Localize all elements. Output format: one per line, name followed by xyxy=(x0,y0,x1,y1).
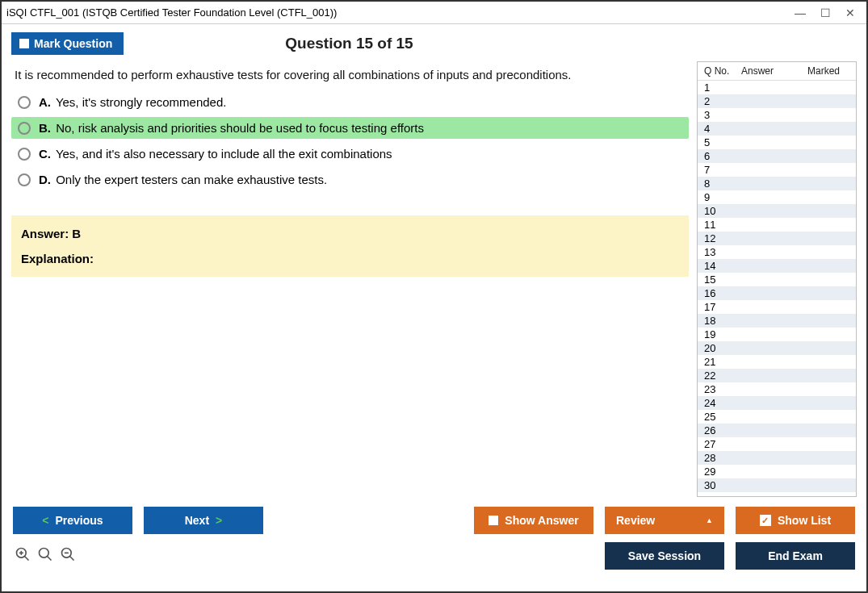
list-item-number: 17 xyxy=(704,301,736,313)
question-list-header: Q No. Answer Marked xyxy=(698,62,856,81)
list-item-number: 10 xyxy=(704,205,736,217)
show-answer-label: Show Answer xyxy=(505,514,578,527)
radio-icon xyxy=(18,148,31,161)
show-answer-button[interactable]: Show Answer xyxy=(474,507,593,534)
list-item[interactable]: 13 xyxy=(698,245,856,259)
list-item-number: 19 xyxy=(704,328,736,340)
list-item[interactable]: 7 xyxy=(698,163,856,177)
list-item-number: 25 xyxy=(704,411,736,423)
question-list-body[interactable]: 1234567891011121314151617181920212223242… xyxy=(698,81,856,496)
list-item[interactable]: 27 xyxy=(698,437,856,451)
list-item[interactable]: 4 xyxy=(698,122,856,136)
end-exam-label: End Exam xyxy=(768,549,823,562)
list-item-number: 27 xyxy=(704,438,736,450)
window-controls: — ☐ ✕ xyxy=(795,6,862,19)
list-item[interactable]: 2 xyxy=(698,94,856,108)
close-icon[interactable]: ✕ xyxy=(845,6,855,19)
list-item-number: 28 xyxy=(704,452,736,464)
list-item[interactable]: 20 xyxy=(698,341,856,355)
radio-icon xyxy=(18,122,31,135)
list-item-number: 5 xyxy=(704,136,736,148)
list-item[interactable]: 28 xyxy=(698,451,856,465)
list-item[interactable]: 1 xyxy=(698,81,856,94)
mark-question-button[interactable]: Mark Question xyxy=(11,32,124,55)
mark-question-label: Mark Question xyxy=(34,37,112,50)
list-item[interactable]: 29 xyxy=(698,465,856,478)
header-qno: Q No. xyxy=(704,65,741,77)
next-label: Next xyxy=(185,514,209,527)
list-item[interactable]: 10 xyxy=(698,204,856,218)
review-button[interactable]: Review ▲ xyxy=(605,507,724,534)
list-item[interactable]: 5 xyxy=(698,136,856,149)
show-list-label: Show List xyxy=(778,514,831,527)
list-item[interactable]: 3 xyxy=(698,108,856,122)
option-b[interactable]: B. No, risk analysis and priorities shou… xyxy=(11,117,689,139)
list-item-number: 15 xyxy=(704,274,736,286)
zoom-reset-icon[interactable] xyxy=(37,546,53,566)
list-item-number: 12 xyxy=(704,232,736,244)
maximize-icon[interactable]: ☐ xyxy=(820,6,831,19)
list-item[interactable]: 25 xyxy=(698,410,856,424)
checkbox-icon xyxy=(19,39,29,48)
list-item[interactable]: 6 xyxy=(698,149,856,163)
option-label: A. Yes, it's strongly recommended. xyxy=(39,95,226,109)
list-item[interactable]: 15 xyxy=(698,273,856,286)
list-item[interactable]: 22 xyxy=(698,369,856,382)
zoom-out-icon[interactable] xyxy=(60,546,76,566)
radio-icon xyxy=(18,173,31,186)
footer: < Previous Next > Show Answer Review ▲ ✓… xyxy=(2,497,866,579)
end-exam-button[interactable]: End Exam xyxy=(736,542,855,570)
list-item[interactable]: 21 xyxy=(698,355,856,369)
zoom-in-icon[interactable] xyxy=(15,546,31,566)
footer-row-2: Save Session End Exam xyxy=(13,542,855,570)
list-item[interactable]: 18 xyxy=(698,314,856,328)
list-item[interactable]: 12 xyxy=(698,232,856,245)
list-item[interactable]: 16 xyxy=(698,286,856,300)
list-item[interactable]: 9 xyxy=(698,190,856,204)
list-item-number: 23 xyxy=(704,383,736,395)
option-c[interactable]: C. Yes, and it's also necessary to inclu… xyxy=(11,143,689,165)
list-item[interactable]: 14 xyxy=(698,259,856,273)
list-item[interactable]: 17 xyxy=(698,300,856,314)
list-item[interactable]: 30 xyxy=(698,478,856,492)
list-item-number: 6 xyxy=(704,150,736,162)
list-item[interactable]: 24 xyxy=(698,396,856,410)
titlebar: iSQI CTFL_001 (ISTQB Certified Tester Fo… xyxy=(2,2,866,24)
question-pane: It is recommended to perform exhaustive … xyxy=(11,60,689,497)
list-item-number: 16 xyxy=(704,287,736,299)
previous-label: Previous xyxy=(56,514,103,527)
header-answer: Answer xyxy=(741,65,795,77)
list-item-number: 3 xyxy=(704,109,736,121)
previous-button[interactable]: < Previous xyxy=(13,507,132,534)
triangle-up-icon: ▲ xyxy=(706,516,713,524)
list-item[interactable]: 23 xyxy=(698,382,856,396)
option-a[interactable]: A. Yes, it's strongly recommended. xyxy=(11,91,689,113)
radio-icon xyxy=(18,96,31,109)
option-d[interactable]: D. Only the expert testers can make exha… xyxy=(11,169,689,190)
header-row: Mark Question Question 15 of 15 xyxy=(2,24,866,60)
question-text: It is recommended to perform exhaustive … xyxy=(11,60,689,91)
footer-row-1: < Previous Next > Show Answer Review ▲ ✓… xyxy=(13,507,855,534)
list-item-number: 2 xyxy=(704,95,736,107)
list-item-number: 30 xyxy=(704,479,736,491)
window-title: iSQI CTFL_001 (ISTQB Certified Tester Fo… xyxy=(6,6,795,19)
svg-line-7 xyxy=(70,556,74,560)
chevron-right-icon: > xyxy=(216,514,222,527)
svg-point-4 xyxy=(40,548,49,558)
list-item-number: 11 xyxy=(704,219,736,231)
list-item[interactable]: 8 xyxy=(698,177,856,190)
minimize-icon[interactable]: — xyxy=(795,6,806,19)
list-item[interactable]: 26 xyxy=(698,424,856,437)
save-session-button[interactable]: Save Session xyxy=(605,542,724,570)
review-label: Review xyxy=(616,514,655,527)
list-item[interactable]: 11 xyxy=(698,218,856,232)
list-item-number: 26 xyxy=(704,424,736,436)
option-label: C. Yes, and it's also necessary to inclu… xyxy=(39,147,392,161)
show-list-button[interactable]: ✓ Show List xyxy=(736,507,855,534)
question-list-panel: Q No. Answer Marked 12345678910111213141… xyxy=(697,61,857,497)
list-item-number: 24 xyxy=(704,397,736,409)
list-item-number: 4 xyxy=(704,123,736,135)
list-item[interactable]: 19 xyxy=(698,328,856,341)
list-item-number: 7 xyxy=(704,164,736,176)
next-button[interactable]: Next > xyxy=(144,507,263,534)
